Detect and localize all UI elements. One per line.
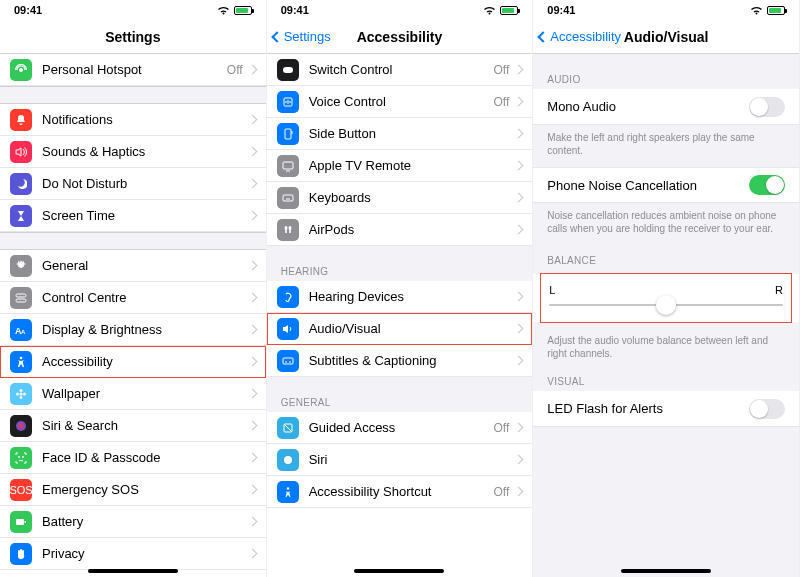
battery-status-icon	[500, 6, 518, 15]
svg-point-7	[20, 392, 23, 395]
status-time: 09:41	[14, 4, 42, 16]
list-item[interactable]: Side Button	[267, 118, 533, 150]
svg-rect-2	[16, 294, 26, 297]
status-bar: 09:41	[0, 0, 266, 20]
row-label: Voice Control	[309, 94, 494, 109]
row-label: Switch Control	[309, 62, 494, 77]
ear-icon	[277, 286, 299, 308]
row-label: Keyboards	[309, 190, 516, 205]
list-item[interactable]: Guided AccessOff	[267, 412, 533, 444]
list-item[interactable]: Siri & Search	[0, 410, 266, 442]
row-label: Siri & Search	[42, 418, 249, 433]
chevron-right-icon	[247, 517, 257, 527]
noise-cancel-toggle[interactable]	[749, 175, 785, 195]
svg-rect-19	[285, 129, 291, 139]
chevron-right-icon	[247, 147, 257, 157]
row-label: Accessibility	[42, 354, 249, 369]
row-label: Privacy	[42, 546, 249, 561]
chevron-right-icon	[514, 423, 524, 433]
list-item[interactable]: Privacy	[0, 538, 266, 570]
row-label: Emergency SOS	[42, 482, 249, 497]
chevron-right-icon	[247, 549, 257, 559]
list-item[interactable]: SOSEmergency SOS	[0, 474, 266, 506]
led-flash-row[interactable]: LED Flash for Alerts	[533, 391, 799, 427]
mono-audio-footnote: Make the left and right speakers play th…	[533, 125, 799, 167]
svg-point-0	[19, 68, 23, 72]
balance-slider[interactable]	[549, 304, 783, 306]
list-item[interactable]: AADisplay & Brightness	[0, 314, 266, 346]
nav-bar: Settings	[0, 20, 266, 54]
row-label: Wallpaper	[42, 386, 249, 401]
audio-visual-content[interactable]: AUDIO Mono Audio Make the left and right…	[533, 54, 799, 577]
settings-list[interactable]: Personal HotspotOffNotificationsSounds &…	[0, 54, 266, 577]
mono-audio-toggle[interactable]	[749, 97, 785, 117]
home-indicator[interactable]	[621, 569, 711, 573]
chevron-right-icon	[514, 129, 524, 139]
list-item[interactable]: Battery	[0, 506, 266, 538]
accessibility-screen: 09:41 Settings Accessibility Switch Cont…	[267, 0, 534, 577]
page-title: Accessibility	[357, 29, 443, 45]
balance-right-label: R	[775, 284, 783, 296]
page-title: Settings	[105, 29, 160, 45]
svg-point-30	[286, 487, 288, 489]
list-item[interactable]: Sounds & Haptics	[0, 136, 266, 168]
list-item[interactable]: Switch ControlOff	[267, 54, 533, 86]
shortcut-icon	[277, 481, 299, 503]
led-flash-toggle[interactable]	[749, 399, 785, 419]
svg-point-14	[23, 456, 24, 457]
list-item[interactable]: Voice ControlOff	[267, 86, 533, 118]
keyboard-icon	[277, 187, 299, 209]
speaker-icon	[10, 141, 32, 163]
list-item[interactable]: Apple TV Remote	[267, 150, 533, 182]
balance-footnote: Adjust the audio volume balance between …	[533, 328, 799, 370]
list-item[interactable]: Audio/Visual	[267, 313, 533, 345]
row-label: Hearing Devices	[309, 289, 516, 304]
wifi-icon	[750, 5, 763, 15]
svg-rect-20	[291, 131, 292, 134]
voice-icon	[277, 91, 299, 113]
list-item[interactable]: Notifications	[0, 104, 266, 136]
chevron-right-icon	[247, 357, 257, 367]
siri2-icon	[277, 449, 299, 471]
accessibility-list[interactable]: Switch ControlOffVoice ControlOffSide Bu…	[267, 54, 533, 577]
row-label: Subtitles & Captioning	[309, 353, 516, 368]
row-label: Apple TV Remote	[309, 158, 516, 173]
list-item[interactable]: Do Not Disturb	[0, 168, 266, 200]
balance-slider-thumb[interactable]	[656, 295, 676, 315]
list-item[interactable]: Subtitles & Captioning	[267, 345, 533, 377]
chevron-right-icon	[514, 356, 524, 366]
list-item[interactable]: Control Centre	[0, 282, 266, 314]
home-indicator[interactable]	[354, 569, 444, 573]
list-item[interactable]: Hearing Devices	[267, 281, 533, 313]
list-item[interactable]: Screen Time	[0, 200, 266, 232]
list-item[interactable]: Face ID & Passcode	[0, 442, 266, 474]
sos-icon: SOS	[10, 479, 32, 501]
chevron-right-icon	[514, 161, 524, 171]
tv-icon	[277, 155, 299, 177]
list-item[interactable]: Personal HotspotOff	[0, 54, 266, 86]
nav-bar: Settings Accessibility	[267, 20, 533, 54]
battery-icon	[10, 511, 32, 533]
visual-section-header: VISUAL	[533, 370, 799, 391]
list-item[interactable]: AirPods	[267, 214, 533, 246]
list-item[interactable]: Keyboards	[267, 182, 533, 214]
battery-status-icon	[767, 6, 785, 15]
row-label: Do Not Disturb	[42, 176, 249, 191]
chevron-right-icon	[514, 292, 524, 302]
svg-rect-26	[289, 229, 291, 233]
row-label: Battery	[42, 514, 249, 529]
home-indicator[interactable]	[88, 569, 178, 573]
accessibility-icon	[10, 351, 32, 373]
list-item[interactable]: Wallpaper	[0, 378, 266, 410]
back-button[interactable]: Accessibility	[539, 20, 621, 53]
hourglass-icon	[10, 205, 32, 227]
list-item[interactable]: General	[0, 250, 266, 282]
list-item[interactable]: Accessibility	[0, 346, 266, 378]
svg-point-12	[16, 421, 26, 431]
moon-icon	[10, 173, 32, 195]
siri-icon	[10, 415, 32, 437]
list-item[interactable]: Accessibility ShortcutOff	[267, 476, 533, 508]
row-label: Notifications	[42, 112, 249, 127]
list-item[interactable]: Siri	[267, 444, 533, 476]
back-button[interactable]: Settings	[273, 20, 331, 53]
